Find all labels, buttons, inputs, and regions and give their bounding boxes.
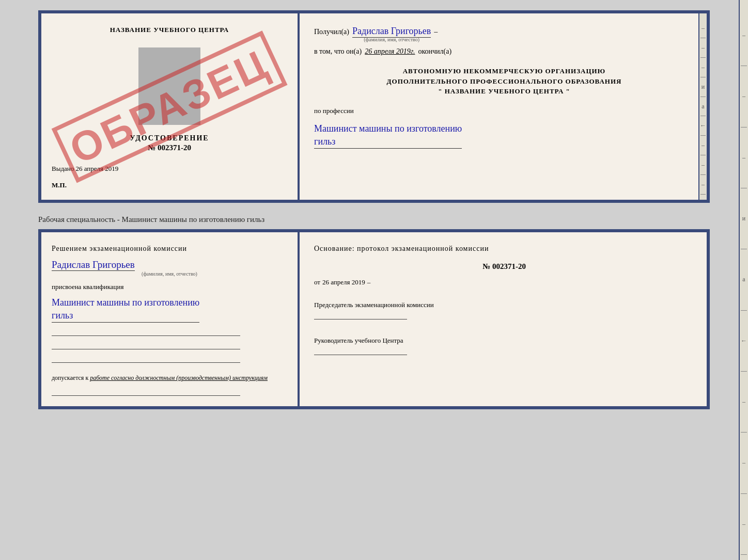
top-document: НАЗВАНИЕ УЧЕБНОГО ЦЕНТРА УДОСТОВЕРЕНИЕ №… bbox=[38, 10, 710, 203]
side-mark-a: а bbox=[700, 97, 706, 117]
vtom-suffix: окончил(а) bbox=[418, 47, 451, 56]
separator-text: Рабочая специальность - Машинист машины … bbox=[38, 215, 710, 224]
ot-prefix: от bbox=[314, 278, 320, 286]
predsedatel-label: Председатель экзаменационной комиссии bbox=[314, 300, 694, 310]
side-mark-5: – bbox=[700, 155, 706, 175]
side-marks-top: – – – и а ← – – – bbox=[698, 13, 707, 200]
bottom-fio-block: Радислав Григорьев (фамилия, имя, отчест… bbox=[52, 257, 287, 277]
bside-arrow: ← bbox=[741, 311, 747, 372]
qualification-block: Машинист машины по изготовлению гильз bbox=[52, 295, 287, 323]
profession-value-text: Машинист машины по изготовлению гильз bbox=[314, 122, 462, 149]
qual-line1: Машинист машины по изготовлению bbox=[52, 297, 199, 308]
udostoverenie-num: № 002371-20 bbox=[52, 143, 287, 152]
blank-line-3 bbox=[52, 356, 240, 363]
num-label: № bbox=[482, 262, 490, 270]
ot-date: 26 апреля 2019 bbox=[322, 278, 365, 286]
predsedatel-sign-line bbox=[314, 310, 407, 319]
side-mark-2: – bbox=[700, 38, 706, 58]
rukovoditel-sign-line bbox=[314, 346, 407, 355]
org-block: АВТОНОМНУЮ НЕКОММЕРЧЕСКУЮ ОРГАНИЗАЦИЮ ДО… bbox=[314, 66, 694, 97]
poluchil-prefix: Получил(а) bbox=[314, 28, 349, 36]
decision-title: Решением экзаменационной комиссии bbox=[52, 245, 287, 253]
side-mark-4: – bbox=[700, 136, 706, 155]
top-right-panel: Получил(а) Радислав Григорьев (фамилия, … bbox=[300, 13, 707, 200]
bottom-right-panel: Основание: протокол экзаменационной коми… bbox=[300, 232, 707, 406]
photo-placeholder bbox=[138, 47, 200, 125]
osnovaniye-title: Основание: протокол экзаменационной коми… bbox=[314, 245, 694, 253]
bside-3: – bbox=[741, 127, 747, 188]
top-left-panel: НАЗВАНИЕ УЧЕБНОГО ЦЕНТРА УДОСТОВЕРЕНИЕ №… bbox=[41, 13, 300, 200]
org-line3: " НАЗВАНИЕ УЧЕБНОГО ЦЕНТРА " bbox=[314, 86, 694, 97]
fio-block: Радислав Григорьев (фамилия, имя, отчест… bbox=[352, 26, 431, 42]
dash-separator: – bbox=[434, 28, 438, 36]
bside-5: – bbox=[741, 433, 747, 493]
vtom-prefix: в том, что он(а) bbox=[314, 47, 362, 56]
vydano-line: Выдано 26 апреля 2019 bbox=[52, 165, 287, 173]
side-mark-arrow: ← bbox=[700, 116, 706, 136]
vtom-line: в том, что он(а) 26 апреля 2019г. окончи… bbox=[314, 47, 694, 56]
dopuskaetsya-prefix: допускается к bbox=[52, 374, 88, 381]
bside-4: – bbox=[741, 372, 747, 433]
protocol-date: от 26 апреля 2019 – bbox=[314, 278, 694, 286]
qual-line2: гильз bbox=[52, 310, 73, 321]
side-mark-3: – bbox=[700, 58, 706, 77]
blank-line-1 bbox=[52, 329, 240, 336]
profession-line1: Машинист машины по изготовлению bbox=[314, 123, 462, 134]
bottom-fio: Радислав Григорьев bbox=[52, 259, 135, 271]
mp-line: М.П. bbox=[52, 181, 287, 189]
bside-6: – bbox=[741, 494, 747, 555]
vydano-prefix: Выдано bbox=[52, 165, 74, 172]
bside-1: – bbox=[741, 5, 747, 66]
udostoverenie-block: УДОСТОВЕРЕНИЕ № 002371-20 bbox=[52, 134, 287, 152]
side-mark-6: – bbox=[700, 175, 706, 195]
bside-2: – bbox=[741, 66, 747, 127]
profession-label: по профессии bbox=[314, 107, 694, 115]
predsedatel-block: Председатель экзаменационной комиссии bbox=[314, 300, 694, 322]
qualification-value: Машинист машины по изготовлению гильз bbox=[52, 296, 199, 323]
udostoverenie-label: УДОСТОВЕРЕНИЕ bbox=[52, 134, 287, 142]
profession-value: Машинист машины по изготовлению гильз bbox=[314, 120, 694, 149]
rukovoditel-block: Руководитель учебного Центра bbox=[314, 335, 694, 358]
side-mark-i: и bbox=[700, 77, 706, 97]
bottom-fio-sub: (фамилия, имя, отчество) bbox=[52, 271, 287, 277]
blank-line-2 bbox=[52, 342, 240, 349]
top-right-outer: Получил(а) Радислав Григорьев (фамилия, … bbox=[300, 13, 707, 200]
num-value: 002371-20 bbox=[492, 262, 526, 270]
dopuskaetsya-block: допускается к работе согласно должностны… bbox=[52, 373, 287, 382]
protocol-num: № 002371-20 bbox=[314, 262, 694, 271]
rukovoditel-label: Руководитель учебного Центра bbox=[314, 335, 694, 346]
vydano-date: 26 апреля 2019 bbox=[76, 165, 119, 172]
recipient-fio: Радислав Григорьев bbox=[352, 26, 431, 38]
ot-dash: – bbox=[367, 278, 371, 286]
bside-a: а bbox=[741, 249, 747, 310]
vtom-date: 26 апреля 2019г. bbox=[365, 47, 415, 56]
blank-line-4 bbox=[52, 389, 240, 396]
bottom-document: Решением экзаменационной комиссии Радисл… bbox=[38, 229, 710, 409]
org-line1: АВТОНОМНУЮ НЕКОММЕРЧЕСКУЮ ОРГАНИЗАЦИЮ bbox=[314, 66, 694, 76]
org-line2: ДОПОЛНИТЕЛЬНОГО ПРОФЕССИОНАЛЬНОГО ОБРАЗО… bbox=[314, 76, 694, 87]
fio-sub: (фамилия, имя, отчество) bbox=[352, 37, 431, 42]
dopuskaetsya-value: работе согласно должностным (производств… bbox=[90, 374, 268, 381]
side-mark-1: – bbox=[700, 19, 706, 38]
bottom-left-panel: Решением экзаменационной комиссии Радисл… bbox=[41, 232, 300, 406]
top-left-title: НАЗВАНИЕ УЧЕБНОГО ЦЕНТРА bbox=[52, 26, 287, 34]
assigned-label: присвоена квалификация bbox=[52, 283, 287, 291]
bottom-right-outer: Основание: протокол экзаменационной коми… bbox=[300, 232, 707, 406]
poluchil-line: Получил(а) Радислав Григорьев (фамилия, … bbox=[314, 26, 694, 42]
bside-i: и bbox=[741, 188, 747, 249]
side-marks-bottom: – – – и а ← – – – bbox=[739, 0, 748, 560]
profession-line2: гильз bbox=[314, 136, 335, 147]
